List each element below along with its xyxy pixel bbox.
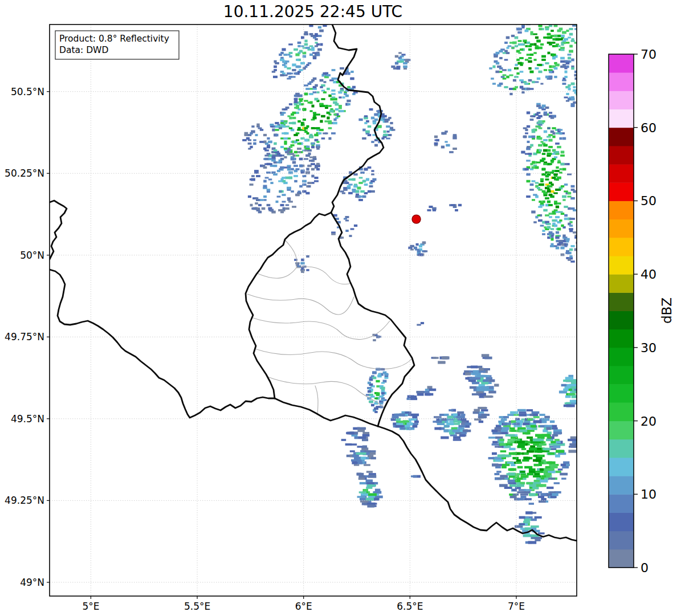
radar-echo-pixel [538, 206, 542, 208]
radar-echo-pixel [569, 230, 573, 232]
radar-echo-pixel [295, 194, 300, 196]
radar-echo-pixel [284, 156, 287, 158]
radar-echo-pixel [565, 252, 569, 254]
radar-echo-pixel [492, 432, 501, 435]
radar-echo-pixel [531, 31, 533, 34]
radar-echo-pixel [534, 473, 540, 475]
radar-echo-pixel [434, 136, 438, 138]
radar-echo-pixel [573, 86, 576, 88]
radar-echo-pixel [571, 83, 575, 85]
radar-echo-pixel [527, 473, 534, 476]
radar-echo-pixel [442, 418, 447, 421]
radar-echo-pixel [547, 436, 552, 438]
radar-echo-pixel [299, 69, 303, 71]
radar-echo-pixel [527, 112, 530, 115]
radar-echo-pixel [293, 48, 298, 51]
colorbar-tick-label: 10 [641, 487, 657, 501]
colorbar-tick-label: 30 [641, 341, 657, 355]
radar-echo-pixel [366, 394, 369, 395]
radar-echo-pixel [556, 132, 559, 134]
radar-echo-pixel [374, 407, 378, 410]
radar-echo-pixel [452, 148, 457, 150]
radar-echo-pixel [434, 427, 441, 430]
radar-echo-pixel [372, 372, 376, 374]
radar-echo-pixel [562, 31, 566, 34]
radar-echo-pixel [519, 523, 525, 525]
radar-echo-pixel [548, 139, 552, 142]
radar-echo-pixel [552, 427, 558, 430]
radar-echo-pixel [481, 409, 488, 411]
radar-echo-pixel [516, 72, 519, 75]
radar-echo-pixel [287, 72, 291, 75]
radar-echo-pixel [357, 446, 363, 447]
radar-echo-pixel [376, 110, 379, 112]
radar-echo-pixel [332, 69, 336, 71]
radar-echo-pixel [451, 427, 457, 430]
radar-echo-pixel [562, 195, 566, 198]
radar-echo-pixel [364, 183, 368, 186]
radar-echo-pixel [347, 86, 350, 88]
radar-echo-pixel [506, 455, 511, 457]
radar-echo-pixel [547, 136, 551, 137]
radar-echo-pixel [472, 393, 479, 395]
radar-echo-pixel [299, 50, 303, 53]
radar-echo-pixel [399, 60, 404, 63]
radar-echo-pixel [542, 120, 545, 123]
radar-echo-pixel [474, 382, 480, 384]
radar-echo-pixel [262, 207, 266, 210]
radar-echo-pixel [248, 142, 252, 145]
radar-echo-pixel [274, 66, 277, 68]
radar-echo-pixel [561, 464, 566, 467]
radar-echo-pixel [367, 504, 374, 507]
radar-echo-pixel [354, 464, 359, 466]
radar-echo-pixel [297, 148, 301, 150]
radar-echo-pixel [364, 489, 369, 491]
radar-echo-pixel [302, 183, 306, 186]
radar-echo-pixel [316, 144, 320, 146]
radar-echo-pixel [568, 54, 572, 55]
radar-echo-pixel [571, 59, 574, 62]
radar-echo-pixel [405, 59, 409, 61]
radar-echo-pixel [555, 142, 560, 145]
radar-echo-pixel [373, 498, 380, 501]
radar-echo-pixel [499, 71, 502, 73]
radar-echo-pixel [524, 489, 532, 491]
radar-echo-pixel [569, 50, 573, 53]
radar-echo-pixel [503, 52, 506, 54]
colorbar-tick-label: 20 [641, 414, 657, 429]
radar-echo-pixel [347, 187, 351, 189]
radar-echo-pixel [537, 77, 540, 80]
radar-echo-pixel [507, 462, 515, 463]
radar-echo-pixel [534, 464, 539, 467]
radar-echo-pixel [320, 43, 323, 46]
radar-echo-pixel [311, 163, 315, 165]
radar-echo-pixel [478, 416, 486, 418]
radar-echo-pixel [551, 30, 554, 32]
radar-echo-pixel [256, 175, 260, 177]
colorbar-segment [609, 549, 634, 568]
radar-echo-pixel [549, 231, 553, 234]
radar-echo-pixel [526, 430, 535, 432]
radar-echo-pixel [551, 160, 554, 162]
radar-echo-pixel [452, 429, 460, 432]
radar-echo-pixel [287, 168, 291, 171]
radar-echo-pixel [536, 162, 540, 164]
radar-echo-pixel [354, 225, 357, 227]
radar-echo-pixel [321, 137, 325, 139]
radar-echo-pixel [568, 393, 576, 395]
radar-echo-pixel [492, 443, 500, 446]
radar-echo-pixel [525, 45, 528, 47]
radar-echo-pixel [500, 443, 506, 446]
radar-echo-pixel [549, 66, 552, 68]
radar-echo-pixel [555, 170, 560, 172]
figure-background [0, 0, 685, 616]
radar-echo-pixel [306, 168, 309, 171]
radar-echo-pixel [453, 421, 460, 422]
radar-echo-pixel [279, 190, 282, 192]
radar-echo-pixel [312, 105, 315, 108]
radar-echo-pixel [518, 52, 521, 54]
radar-echo-pixel [509, 452, 516, 455]
radar-echo-pixel [562, 40, 566, 42]
radar-echo-pixel [527, 125, 530, 128]
radar-echo-pixel [260, 199, 264, 201]
